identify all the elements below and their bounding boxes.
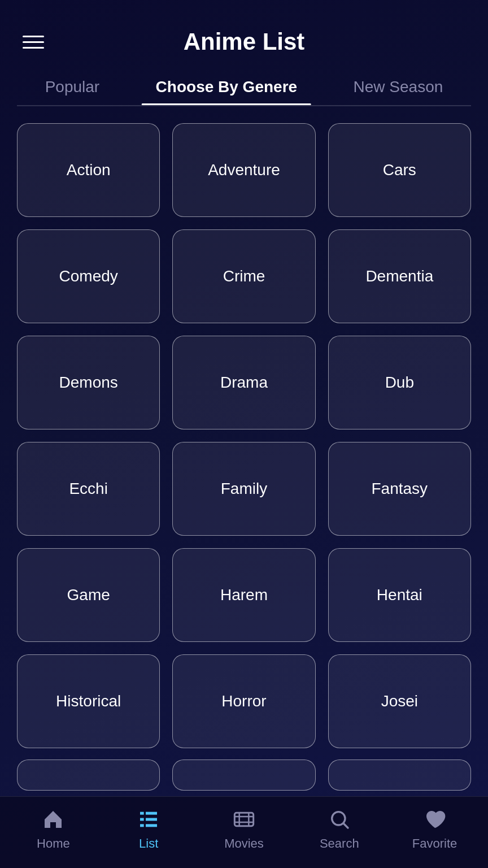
genre-btn-action[interactable]: Action — [17, 123, 160, 217]
nav-item-list[interactable]: List — [120, 807, 177, 851]
svg-rect-7 — [234, 813, 253, 826]
page-title: Anime List — [184, 28, 305, 55]
nav-label-favorite: Favorite — [412, 836, 457, 851]
genre-btn-dementia[interactable]: Dementia — [328, 229, 471, 323]
svg-rect-0 — [140, 812, 144, 815]
genre-btn-hentai[interactable]: Hentai — [328, 548, 471, 642]
tab-bar: Popular Choose By Genere New Season — [0, 67, 488, 105]
nav-label-search: Search — [320, 836, 359, 851]
genre-btn-partial-2[interactable] — [172, 760, 315, 791]
genre-grid: Action Adventure Cars Comedy Crime Demen… — [0, 106, 488, 760]
svg-rect-5 — [146, 824, 157, 827]
nav-item-search[interactable]: Search — [311, 807, 368, 851]
genre-btn-game[interactable]: Game — [17, 548, 160, 642]
genre-btn-crime[interactable]: Crime — [172, 229, 315, 323]
genre-btn-fantasy[interactable]: Fantasy — [328, 442, 471, 536]
nav-label-movies: Movies — [224, 836, 264, 851]
list-icon — [136, 807, 161, 832]
nav-label-home: Home — [37, 836, 70, 851]
genre-btn-demons[interactable]: Demons — [17, 336, 160, 429]
genre-btn-drama[interactable]: Drama — [172, 336, 315, 429]
genre-btn-adventure[interactable]: Adventure — [172, 123, 315, 217]
search-icon — [327, 807, 352, 832]
genre-btn-partial-3[interactable] — [328, 760, 471, 791]
genre-btn-historical[interactable]: Historical — [17, 654, 160, 748]
svg-rect-3 — [146, 818, 157, 821]
nav-item-home[interactable]: Home — [25, 807, 81, 851]
svg-rect-4 — [140, 824, 144, 827]
svg-rect-2 — [140, 818, 144, 821]
menu-button[interactable] — [23, 36, 44, 49]
genre-partial-row — [0, 760, 488, 796]
genre-btn-harem[interactable]: Harem — [172, 548, 315, 642]
genre-btn-partial-1[interactable] — [17, 760, 160, 791]
nav-label-list: List — [139, 836, 158, 851]
movies-icon — [232, 807, 256, 832]
genre-btn-dub[interactable]: Dub — [328, 336, 471, 429]
genre-btn-ecchi[interactable]: Ecchi — [17, 442, 160, 536]
bottom-nav: Home List Movies — [0, 796, 488, 868]
nav-item-movies[interactable]: Movies — [216, 807, 272, 851]
heart-icon — [422, 807, 447, 832]
svg-rect-6 — [234, 813, 253, 826]
genre-btn-horror[interactable]: Horror — [172, 654, 315, 748]
genre-btn-cars[interactable]: Cars — [328, 123, 471, 217]
header: Anime List — [0, 0, 488, 67]
tab-new-season[interactable]: New Season — [354, 78, 443, 105]
home-icon — [41, 807, 66, 832]
nav-item-favorite[interactable]: Favorite — [407, 807, 463, 851]
genre-btn-family[interactable]: Family — [172, 442, 315, 536]
tab-choose-by-genre[interactable]: Choose By Genere — [156, 78, 298, 105]
genre-btn-josei[interactable]: Josei — [328, 654, 471, 748]
tab-popular[interactable]: Popular — [45, 78, 100, 105]
svg-rect-1 — [146, 812, 157, 815]
genre-btn-comedy[interactable]: Comedy — [17, 229, 160, 323]
